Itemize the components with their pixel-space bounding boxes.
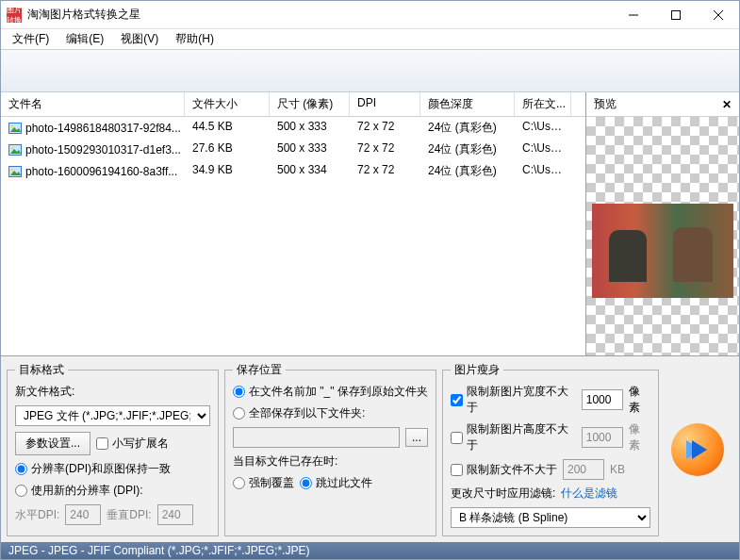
cell-path: C:\Use...: [515, 160, 571, 182]
group-save-location: 保存位置 在文件名前加 "_" 保存到原始文件夹 全部保存到以下文件夹: ...…: [224, 362, 436, 536]
table-body[interactable]: photo-1498618480317-92f84...44.5 KB500 x…: [1, 117, 585, 355]
maximize-button[interactable]: [654, 1, 697, 29]
group-image-resize: 图片瘦身 限制新图片宽度不大于 像素 限制新图片高度不大于 像素 限制新文件不大…: [442, 362, 659, 536]
legend-save: 保存位置: [233, 362, 286, 378]
radio-overwrite[interactable]: 强制覆盖: [233, 475, 294, 491]
preview-title: 预览: [594, 96, 617, 112]
bottom-panel: 目标格式 新文件格式: JPEG 文件 (*.JPG;*.JFIF;*.JPEG…: [1, 356, 739, 542]
preview-body: [586, 117, 739, 355]
legend-target: 目标格式: [15, 362, 68, 378]
filter-help-link[interactable]: 什么是滤镜: [561, 486, 617, 502]
logo-area: [665, 362, 731, 536]
unit-kb: KB: [610, 463, 625, 476]
close-button[interactable]: [697, 1, 739, 29]
window-controls: [612, 1, 739, 29]
svg-point-5: [11, 124, 14, 127]
menu-file[interactable]: 文件(F): [8, 29, 53, 49]
cell-size: 44.5 KB: [185, 117, 270, 139]
col-header-dim[interactable]: 尺寸 (像素): [270, 92, 350, 116]
preview-image: [592, 204, 733, 298]
menu-view[interactable]: 视图(V): [117, 29, 162, 49]
params-button[interactable]: 参数设置...: [15, 432, 90, 455]
lowercase-ext-checkbox[interactable]: 小写扩展名: [96, 436, 169, 452]
hdpi-input: [65, 504, 101, 525]
cell-depth: 24位 (真彩色): [420, 160, 515, 182]
col-header-name[interactable]: 文件名: [1, 92, 185, 116]
exists-label: 当目标文件已存在时:: [233, 453, 428, 469]
preview-header: 预览 ✕: [586, 92, 739, 117]
cell-name: photo-1600096194160-8a3ff...: [1, 160, 185, 182]
col-header-depth[interactable]: 颜色深度: [420, 92, 515, 116]
radio-save-folder[interactable]: 全部保存到以下文件夹:: [233, 405, 428, 421]
toolbar: [1, 50, 739, 92]
limit-filesize-input: [563, 459, 604, 480]
unit-px-h: 像素: [629, 421, 650, 453]
svg-rect-1: [671, 10, 680, 19]
table-header: 文件名 文件大小 尺寸 (像素) DPI 颜色深度 所在文...: [1, 92, 585, 117]
cell-dpi: 72 x 72: [350, 139, 420, 160]
vdpi-input: [157, 504, 193, 525]
statusbar: JPEG - JPEG - JFIF Compliant (*.JPG;*.JF…: [1, 542, 739, 559]
filter-label: 更改尺寸时应用滤镜:: [451, 486, 555, 502]
limit-height-input: [582, 427, 623, 448]
cb-limit-height[interactable]: 限制新图片高度不大于: [451, 421, 576, 453]
radio-keep-dpi[interactable]: 分辨率(DPI)和原图保持一致: [15, 461, 210, 477]
svg-point-9: [11, 168, 14, 171]
minimize-button[interactable]: [612, 1, 654, 29]
legend-resize: 图片瘦身: [451, 362, 503, 378]
radio-save-prefix[interactable]: 在文件名前加 "_" 保存到原始文件夹: [233, 384, 428, 400]
preview-pane: 预览 ✕: [586, 92, 739, 355]
filter-select[interactable]: B 样条滤镜 (B Spline): [451, 507, 650, 528]
cb-limit-width[interactable]: 限制新图片宽度不大于: [451, 384, 576, 416]
cell-size: 34.9 KB: [185, 160, 270, 182]
table-row[interactable]: photo-1498618480317-92f84...44.5 KB500 x…: [1, 117, 585, 139]
cell-dim: 500 x 333: [270, 139, 350, 160]
group-target-format: 目标格式 新文件格式: JPEG 文件 (*.JPG;*.JFIF;*.JPEG…: [7, 362, 219, 536]
cell-name: photo-1498618480317-92f84...: [1, 117, 185, 139]
preview-close-icon[interactable]: ✕: [722, 98, 732, 111]
play-logo-icon[interactable]: [671, 423, 724, 476]
cell-dim: 500 x 333: [270, 117, 350, 139]
cell-path: C:\Use...: [515, 117, 571, 139]
status-text: JPEG - JPEG - JFIF Compliant (*.JPG;*.JF…: [8, 544, 309, 557]
cell-path: C:\Use...: [515, 139, 571, 160]
cb-limit-filesize[interactable]: 限制新文件不大于: [451, 462, 557, 478]
table-row[interactable]: photo-1600096194160-8a3ff...34.9 KB500 x…: [1, 160, 585, 182]
content-area: 文件名 文件大小 尺寸 (像素) DPI 颜色深度 所在文... photo-1…: [1, 92, 739, 356]
svg-point-7: [11, 146, 14, 149]
cell-size: 27.6 KB: [185, 139, 270, 160]
cell-dim: 500 x 334: [270, 160, 350, 182]
menu-help[interactable]: 帮助(H): [172, 29, 218, 49]
window-title: 淘淘图片格式转换之星: [27, 7, 612, 23]
cell-name: photo-1509293010317-d1ef3...: [1, 139, 185, 160]
hdpi-label: 水平DPI:: [15, 507, 59, 523]
format-select[interactable]: JPEG 文件 (*.JPG;*.JFIF;*.JPEG;*: [15, 405, 210, 426]
cell-depth: 24位 (真彩色): [420, 139, 515, 160]
menu-edit[interactable]: 编辑(E): [62, 29, 107, 49]
col-header-path[interactable]: 所在文...: [515, 92, 571, 116]
file-list: 文件名 文件大小 尺寸 (像素) DPI 颜色深度 所在文... photo-1…: [1, 92, 586, 355]
cell-dpi: 72 x 72: [350, 160, 420, 182]
menubar: 文件(F) 编辑(E) 视图(V) 帮助(H): [1, 29, 739, 50]
new-format-label: 新文件格式:: [15, 384, 210, 400]
cell-depth: 24位 (真彩色): [420, 117, 515, 139]
col-header-dpi[interactable]: DPI: [350, 92, 420, 116]
radio-new-dpi[interactable]: 使用新的分辨率 (DPI):: [15, 483, 210, 499]
unit-px-w: 像素: [629, 384, 650, 416]
vdpi-label: 垂直DPI:: [107, 507, 151, 523]
table-row[interactable]: photo-1509293010317-d1ef3...27.6 KB500 x…: [1, 139, 585, 160]
cell-dpi: 72 x 72: [350, 117, 420, 139]
radio-skip[interactable]: 跳过此文件: [300, 475, 372, 491]
app-icon: 图片转换: [7, 8, 22, 23]
limit-width-input[interactable]: [582, 389, 623, 410]
save-folder-input: [233, 427, 400, 448]
titlebar: 图片转换 淘淘图片格式转换之星: [1, 1, 739, 29]
col-header-size[interactable]: 文件大小: [185, 92, 270, 116]
browse-folder-button[interactable]: ...: [405, 428, 428, 447]
